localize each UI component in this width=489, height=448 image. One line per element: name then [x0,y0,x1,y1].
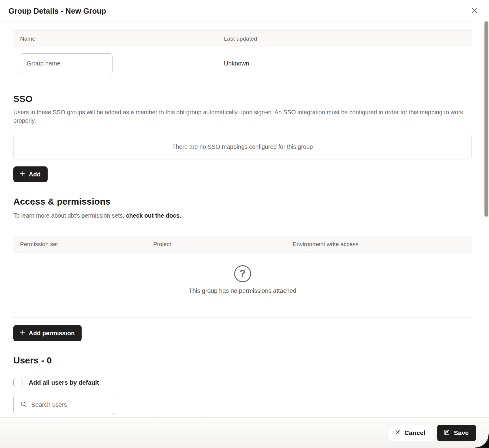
search-users-input[interactable] [31,401,112,408]
permissions-heading: Access & permissions [13,196,472,207]
page-title: Group Details - New Group [8,7,106,15]
sso-heading: SSO [13,94,472,104]
last-updated-value: Unknown [217,60,472,67]
add-all-users-label: Add all users by default [29,379,99,386]
add-sso-mapping-label: Add [29,171,41,178]
save-label: Save [454,429,469,436]
scrollbar-thumb[interactable] [484,21,488,217]
search-icon [20,401,27,409]
permissions-empty-message: This group has no permissions attached [189,287,296,294]
add-permission-label: Add permission [29,330,75,337]
group-name-input[interactable] [20,53,113,74]
search-users-box [13,395,115,415]
docs-link[interactable]: check out the docs. [126,212,181,219]
add-sso-mapping-button[interactable]: Add [13,166,48,182]
sso-empty-state: There are no SSO mappings configured for… [13,134,472,159]
group-name-row: Unknown [13,47,472,80]
permissions-table-header: Permission set Project Environment write… [13,236,472,252]
column-header-environment-write-access: Environment write access [286,241,472,248]
permissions-description: To learn more about dbt's permission set… [13,212,472,219]
column-header-last-updated: Last updated [217,35,472,42]
cancel-button[interactable]: Cancel [388,425,433,441]
sso-description: Users in these SSO groups will be added … [13,108,468,125]
plus-icon [19,170,25,178]
column-header-permission-set: Permission set [13,241,147,248]
sso-empty-message: There are no SSO mappings configured for… [172,143,313,150]
save-floppy-icon [443,429,450,437]
cancel-x-icon [395,429,401,437]
column-header-name: Name [13,35,217,42]
modal-footer: Cancel Save [0,417,489,448]
modal-header: Group Details - New Group [0,0,489,22]
help-circle-icon: ? [234,265,251,282]
permissions-description-text: To learn more about dbt's permission set… [13,212,126,219]
group-name-table-header: Name Last updated [13,30,472,47]
cancel-label: Cancel [404,429,425,436]
save-button[interactable]: Save [437,425,476,441]
close-button[interactable] [469,6,479,16]
add-permission-button[interactable]: Add permission [13,325,82,341]
column-header-project: Project [147,241,286,248]
close-icon [470,6,478,15]
plus-icon [19,329,25,337]
add-all-users-checkbox[interactable] [13,378,22,387]
permissions-empty-state: ? This group has no permissions attached [13,252,472,318]
add-all-users-row: Add all users by default [13,378,472,387]
users-heading: Users - 0 [13,355,472,366]
modal-content: Name Last updated Unknown SSO Users in t… [13,22,472,415]
